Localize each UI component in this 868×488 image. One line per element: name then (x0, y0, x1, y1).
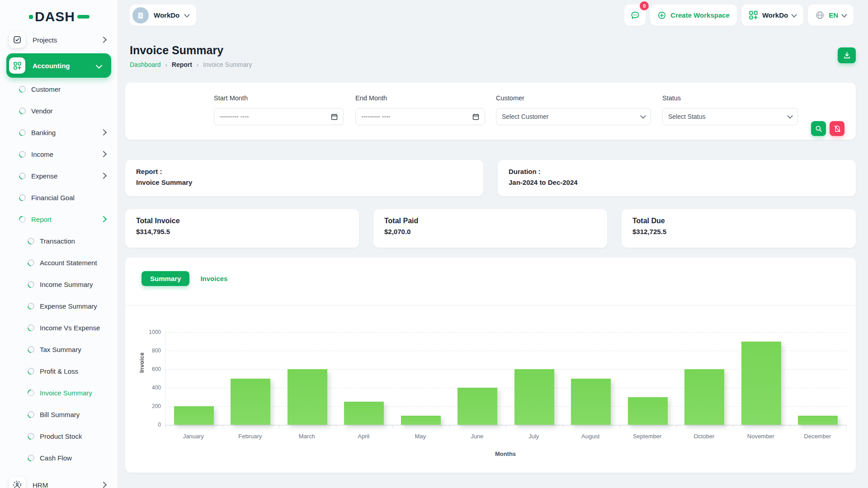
duration-value: Jan-2024 to Dec-2024 (509, 178, 845, 186)
total-invoice-card: Total Invoice $314,795.5 (125, 209, 359, 248)
bullet-ring-icon (18, 171, 27, 180)
bar-march[interactable] (288, 369, 327, 425)
tab-invoices[interactable]: Invoices (200, 275, 227, 282)
breadcrumb-report[interactable]: Report (172, 61, 192, 68)
start-month-input[interactable]: --------- ---- (214, 108, 344, 125)
sidebar-item-banking[interactable]: Banking (0, 122, 118, 143)
sidebar-item-projects[interactable]: Projects (0, 32, 118, 48)
x-axis-tick (279, 425, 279, 428)
sidebar-item-vendor[interactable]: Vendor (0, 100, 118, 122)
sidebar-item-label: Bill Summary (40, 411, 118, 418)
x-axis-tick-label: May (392, 433, 449, 440)
sidebar-item-tax-summary[interactable]: Tax Summary (0, 338, 118, 360)
x-axis-tick-label: December (789, 433, 846, 440)
bar-april[interactable] (344, 402, 384, 425)
messages-button[interactable]: 0 (624, 5, 646, 26)
sidebar-item-expense-summary[interactable]: Expense Summary (0, 295, 118, 317)
sidebar-item-transaction[interactable]: Transaction (0, 230, 118, 252)
language-selector[interactable]: EN (808, 5, 854, 26)
bar-december[interactable] (798, 416, 838, 425)
sidebar-item-cash-flow[interactable]: Cash Flow (0, 447, 118, 469)
topbar-actions: 0 Create Workspace WorkDo (624, 5, 854, 26)
filter-panel: Start Month --------- ---- End Month ---… (125, 83, 856, 140)
sidebar-item-hrm[interactable]: HRM (0, 474, 118, 488)
bullet-ring-icon (26, 431, 36, 441)
download-button[interactable] (838, 47, 856, 63)
sidebar-item-accounting[interactable]: Accounting (6, 53, 111, 78)
search-button[interactable] (811, 121, 826, 136)
bullet-ring-icon (18, 192, 27, 202)
logo-dot-icon (29, 15, 33, 19)
bar-january[interactable] (174, 406, 214, 425)
bar-july[interactable] (514, 369, 554, 425)
bullet-ring-icon (18, 106, 27, 115)
sidebar-item-report[interactable]: Report (0, 208, 118, 230)
create-workspace-button[interactable]: Create Workspace (650, 5, 737, 26)
x-axis-tick (165, 425, 166, 428)
app-switcher-label: WorkDo (762, 11, 788, 19)
breadcrumb-dashboard[interactable]: Dashboard (130, 61, 161, 68)
app-canvas: DASH ProjectsAccountingCustomerVendorBan… (0, 0, 868, 488)
chevron-right-icon (100, 216, 107, 222)
workspace-name: WorkDo (154, 11, 179, 19)
chevron-right-icon (100, 482, 107, 488)
tab-summary[interactable]: Summary (142, 271, 189, 286)
breadcrumb: Dashboard › Report › Invoice Summary (130, 61, 252, 68)
sidebar-item-income-summary[interactable]: Income Summary (0, 273, 118, 295)
total-due-value: $312,725.5 (632, 228, 845, 235)
sidebar-item-label: Income (31, 150, 101, 158)
sidebar-item-product-stock[interactable]: Product Stock (0, 425, 118, 447)
circle-plus-icon (657, 11, 666, 20)
chevron-down-icon (791, 12, 797, 18)
summary-chart-card: Summary Invoices Invoice 020040060080010… (125, 258, 856, 473)
grid-plus-icon (749, 10, 758, 20)
bullet-ring-icon (26, 279, 36, 289)
sidebar-item-label: Report (31, 216, 101, 223)
y-axis-tick-label: 400 (137, 385, 161, 391)
x-axis-tick-label: August (562, 433, 619, 440)
bullet-ring-icon (18, 214, 27, 224)
chevron-down-icon (841, 12, 847, 18)
bar-june[interactable] (458, 388, 497, 425)
brand-logo[interactable]: DASH (29, 10, 90, 23)
x-axis-tick (846, 425, 847, 428)
app-switcher-button[interactable]: WorkDo (741, 5, 803, 26)
chevron-down-icon (184, 12, 190, 18)
page-title: Invoice Summary (130, 44, 223, 57)
sidebar-item-invoice-summary[interactable]: Invoice Summary (0, 382, 118, 404)
sidebar-item-profit-loss[interactable]: Profit & Loss (0, 360, 118, 382)
bar-may[interactable] (401, 416, 441, 425)
end-month-input[interactable]: --------- ---- (355, 108, 485, 125)
workspace-selector[interactable]: WorkDo (130, 5, 196, 26)
logo-text: DASH (35, 10, 75, 23)
bar-november[interactable] (741, 342, 781, 425)
x-axis-tick (392, 425, 393, 428)
globe-icon (815, 10, 825, 20)
customer-label: Customer (496, 94, 651, 103)
bar-october[interactable] (684, 369, 724, 425)
duration-info-card: Duration : Jan-2024 to Dec-2024 (498, 160, 856, 196)
sidebar-item-bill-summary[interactable]: Bill Summary (0, 404, 118, 425)
status-select[interactable]: Select Status (662, 108, 798, 125)
chevron-down-icon (96, 62, 102, 69)
download-icon (843, 52, 851, 59)
x-axis-tick-label: November (732, 433, 789, 440)
sidebar-item-financial-goal[interactable]: Financial Goal (0, 187, 118, 208)
sidebar-item-account-statement[interactable]: Account Statement (0, 252, 118, 273)
bullet-ring-icon (26, 236, 36, 245)
calendar-icon (331, 113, 338, 120)
bar-february[interactable] (231, 379, 270, 425)
bar-august[interactable] (571, 379, 611, 425)
workspace-avatar (132, 7, 149, 23)
bar-september[interactable] (628, 397, 668, 425)
sidebar-item-customer[interactable]: Customer (0, 78, 118, 100)
sidebar-item-income-vs-expense[interactable]: Income Vs Expense (0, 317, 118, 338)
customer-select[interactable]: Select Customer (496, 108, 651, 125)
sidebar-item-label: HRM (33, 481, 101, 488)
chevron-right-icon: › (165, 61, 167, 68)
search-icon (815, 125, 822, 132)
sidebar-item-income[interactable]: Income (0, 143, 118, 165)
sidebar-item-expense[interactable]: Expense (0, 165, 118, 187)
reset-filter-button[interactable] (830, 121, 844, 136)
sidebar-item-label: Account Statement (40, 259, 118, 267)
